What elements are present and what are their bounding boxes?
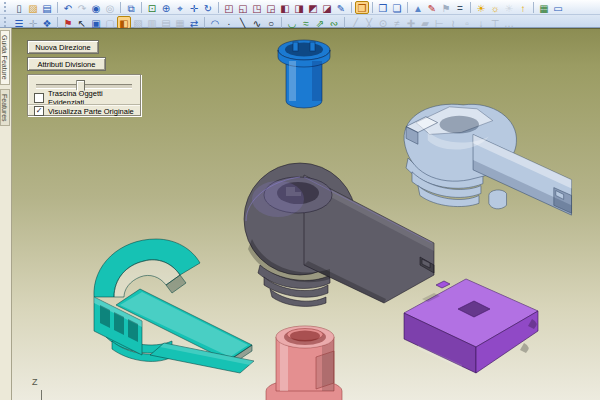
fillet-tool-icon[interactable]: ◡ xyxy=(285,16,299,29)
toolbar-grip xyxy=(4,17,10,27)
show-entities-icon[interactable]: ◉ xyxy=(89,1,103,14)
undo-icon[interactable]: ↶ xyxy=(61,1,75,14)
select-cursor-icon[interactable]: ↖ xyxy=(75,16,89,29)
toolbar-separator xyxy=(344,17,345,28)
part-pink-cylinder[interactable] xyxy=(260,321,355,400)
ruler-icon[interactable]: ▭ xyxy=(551,1,565,14)
checkbox-trascina-box[interactable] xyxy=(34,93,44,103)
not-equal-icon[interactable]: ≠ xyxy=(390,16,404,29)
attributi-divisione-button[interactable]: Attributi Divisione xyxy=(27,57,106,71)
copy-view-icon[interactable]: ⧉ xyxy=(124,1,138,14)
view-bottom-icon[interactable]: ◩ xyxy=(306,1,320,14)
feature-pattern-icon[interactable]: ▦ xyxy=(173,16,187,29)
division-options-box: Trascina Oggetti Evidenziati ✓ Visualizz… xyxy=(27,74,141,116)
insert-feature-icon[interactable]: ⚑ xyxy=(61,16,75,29)
part-teal-housing-section[interactable] xyxy=(84,231,264,376)
checkbox-trascina-oggetti[interactable]: Trascina Oggetti Evidenziati xyxy=(34,93,140,103)
toolbar-separator xyxy=(372,2,373,13)
pan-icon[interactable]: ✛ xyxy=(187,1,201,14)
trim-icon[interactable]: ╱ xyxy=(348,16,362,29)
view-front-icon[interactable]: ◰ xyxy=(222,1,236,14)
part-blue-sleeve[interactable] xyxy=(262,35,346,119)
swap-direction-icon[interactable]: ⇄ xyxy=(187,16,201,29)
light-on-icon[interactable]: ☀ xyxy=(474,1,488,14)
concentric-icon[interactable]: ⊙ xyxy=(376,16,390,29)
break-icon[interactable]: ✚ xyxy=(404,16,418,29)
select-filter-icon[interactable]: ☰ xyxy=(12,16,26,29)
axis-z-line xyxy=(41,390,42,400)
part-purple-box[interactable] xyxy=(392,267,547,377)
light-ambient-icon[interactable]: ☀ xyxy=(502,1,516,14)
toolbar-separator xyxy=(351,2,352,13)
main-toolbar: ▯▨▤↶↷◉◎⧉⊡⊕⌖✛↻◰◱◳◲◧◨◩◪✎❐❒❏▲✎⚑=☀☼☀↑▦▭ ☰✛❖⚑… xyxy=(0,0,600,28)
hide-entities-icon[interactable]: ◎ xyxy=(103,1,117,14)
cascade-windows-icon[interactable]: ❏ xyxy=(390,1,404,14)
redo-icon[interactable]: ↷ xyxy=(75,1,89,14)
node-edit-icon[interactable]: ▫ xyxy=(460,16,474,29)
selection-box-icon[interactable]: ▣ xyxy=(89,16,103,29)
cross-trim-icon[interactable]: ╳ xyxy=(362,16,376,29)
toolbar-row-1: ▯▨▤↶↷◉◎⧉⊡⊕⌖✛↻◰◱◳◲◧◨◩◪✎❐❒❏▲✎⚑=☀☼☀↑▦▭ xyxy=(0,0,600,15)
new-document-icon[interactable]: ▯ xyxy=(12,1,26,14)
shading-mode-icon[interactable]: ▲ xyxy=(411,1,425,14)
layers-window-icon[interactable]: ❐ xyxy=(355,1,369,14)
axis-indicator: Z xyxy=(32,377,38,387)
tab-features[interactable]: Features xyxy=(0,89,10,127)
view-camera-icon[interactable]: ◪ xyxy=(320,1,334,14)
point-tool-icon[interactable]: ∙ xyxy=(222,16,236,29)
smart-pick-icon[interactable]: ✛ xyxy=(26,16,40,29)
offset-tool-icon[interactable]: ≈ xyxy=(299,16,313,29)
toolbar-separator xyxy=(57,17,58,28)
light-spot-icon[interactable]: ☼ xyxy=(488,1,502,14)
line-tool-icon[interactable]: ╲ xyxy=(236,16,250,29)
3d-viewport[interactable]: Nuova Direzione Attributi Divisione Tras… xyxy=(12,28,600,400)
checkbox-visualizza-parte[interactable]: ✓ Visualizza Parte Originale xyxy=(34,106,134,116)
checkbox-visualizza-box[interactable]: ✓ xyxy=(34,106,44,116)
flag-icon[interactable]: ⚑ xyxy=(439,1,453,14)
curve-tool-icon[interactable]: ∿ xyxy=(250,16,264,29)
axis-z-label: Z xyxy=(32,377,38,387)
zoom-fit-icon[interactable]: ⊡ xyxy=(145,1,159,14)
view-iso-icon[interactable]: ◧ xyxy=(278,1,292,14)
tangent-icon[interactable]: ⊢ xyxy=(432,16,446,29)
squiggle-icon[interactable]: ≀ xyxy=(446,16,460,29)
circle-tool-icon[interactable]: ○ xyxy=(264,16,278,29)
rotate-view-icon[interactable]: ↻ xyxy=(201,1,215,14)
annotate-pencil-icon[interactable]: ✎ xyxy=(425,1,439,14)
blend-tool-icon[interactable]: ∾ xyxy=(327,16,341,29)
open-folder-icon[interactable]: ▨ xyxy=(26,1,40,14)
checkbox-visualizza-label: Visualizza Parte Originale xyxy=(48,107,134,116)
fill-region-icon[interactable]: ▰ xyxy=(418,16,432,29)
tab-guida-feature[interactable]: Guida Feature xyxy=(0,30,10,85)
toolbar-separator xyxy=(57,2,58,13)
view-left-icon[interactable]: ◲ xyxy=(264,1,278,14)
new-window-icon[interactable]: ❒ xyxy=(376,1,390,14)
zoom-window-icon[interactable]: ⌖ xyxy=(173,1,187,14)
feature-copy-icon[interactable]: ▧ xyxy=(131,16,145,29)
zoom-in-icon[interactable]: ⊕ xyxy=(159,1,173,14)
equation-icon[interactable]: = xyxy=(453,1,467,14)
view-sketch-icon[interactable]: ✎ xyxy=(334,1,348,14)
toolbar-separator xyxy=(407,2,408,13)
drop-icon[interactable]: ↓ xyxy=(474,16,488,29)
view-right-icon[interactable]: ◳ xyxy=(250,1,264,14)
more-tools-icon[interactable]: … xyxy=(502,16,516,29)
view-back-icon[interactable]: ◨ xyxy=(292,1,306,14)
divide-part-icon[interactable]: ◧ xyxy=(117,16,131,29)
arc-tool-icon[interactable]: ◠ xyxy=(208,16,222,29)
perpendicular-icon[interactable]: ⊤ xyxy=(488,16,502,29)
toolbar-grip xyxy=(4,2,10,12)
toolbar-row-2: ☰✛❖⚑↖▣▢◧▧▥▤▦⇄◠∙╲∿○◡≈⇗∾╱╳⊙≠✚▰⊢≀▫↓⊤… xyxy=(0,15,600,29)
project-tool-icon[interactable]: ⇗ xyxy=(313,16,327,29)
feature-move-icon[interactable]: ▥ xyxy=(145,16,159,29)
ghost-select-icon[interactable]: ▢ xyxy=(103,16,117,29)
light-raise-icon[interactable]: ↑ xyxy=(516,1,530,14)
hand-tool-icon[interactable]: ❖ xyxy=(40,16,54,29)
nuova-direzione-button[interactable]: Nuova Direzione xyxy=(27,40,99,54)
feature-mirror-icon[interactable]: ▤ xyxy=(159,16,173,29)
view-top-icon[interactable]: ◱ xyxy=(236,1,250,14)
toolbar-separator xyxy=(120,2,121,13)
toolbar-separator xyxy=(141,2,142,13)
save-icon[interactable]: ▤ xyxy=(40,1,54,14)
grid-icon[interactable]: ▦ xyxy=(537,1,551,14)
